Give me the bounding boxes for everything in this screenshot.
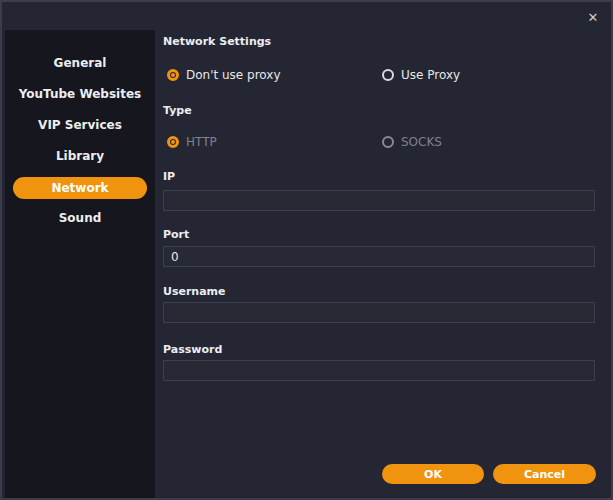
radio-use-proxy[interactable]: Use Proxy [382, 67, 460, 83]
port-input[interactable] [163, 246, 595, 267]
radio-unselected-icon [382, 69, 394, 81]
radio-selected-icon [167, 69, 179, 81]
password-label: Password [163, 342, 222, 358]
username-label: Username [163, 284, 226, 300]
port-label: Port [163, 227, 189, 243]
page-title: Network Settings [163, 34, 271, 50]
cancel-button[interactable]: Cancel [493, 464, 596, 484]
type-radio-group: HTTP SOCKS [167, 134, 593, 150]
type-label: Type [163, 103, 192, 119]
settings-dialog: ✕ General YouTube Websites VIP Services … [0, 0, 613, 500]
ip-label: IP [163, 169, 175, 185]
radio-dont-use-proxy[interactable]: Don't use proxy [167, 67, 281, 83]
radio-label: HTTP [186, 134, 217, 150]
proxy-radio-group: Don't use proxy Use Proxy [167, 67, 593, 83]
radio-label: Don't use proxy [186, 67, 281, 83]
radio-label: Use Proxy [401, 67, 460, 83]
password-input[interactable] [163, 360, 595, 381]
username-input[interactable] [163, 302, 595, 323]
ip-input[interactable] [163, 190, 595, 211]
radio-label: SOCKS [401, 134, 442, 150]
radio-socks[interactable]: SOCKS [382, 134, 442, 150]
radio-selected-icon [167, 136, 179, 148]
ok-button[interactable]: OK [382, 464, 484, 484]
radio-http[interactable]: HTTP [167, 134, 217, 150]
radio-unselected-icon [382, 136, 394, 148]
network-settings-panel: Network Settings Don't use proxy Use Pro… [2, 2, 611, 498]
